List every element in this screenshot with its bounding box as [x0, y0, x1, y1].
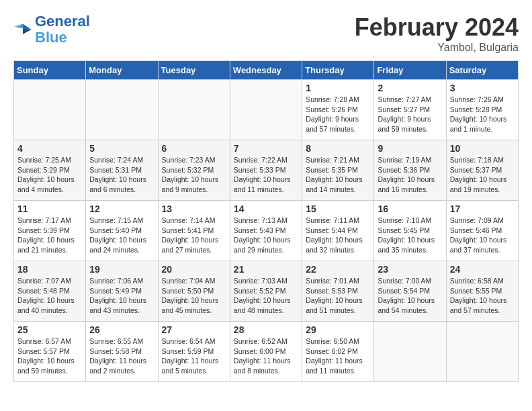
- day-info: Sunrise: 7:17 AMSunset: 5:39 PMDaylight:…: [17, 216, 82, 255]
- calendar-cell: 24Sunrise: 6:58 AMSunset: 5:55 PMDayligh…: [446, 261, 518, 322]
- day-number: 8: [306, 143, 370, 154]
- calendar-cell: 1Sunrise: 7:28 AMSunset: 5:26 PMDaylight…: [302, 80, 374, 140]
- day-number: 3: [450, 83, 515, 93]
- day-number: 17: [450, 203, 515, 214]
- day-info: Sunrise: 7:09 AMSunset: 5:46 PMDaylight:…: [450, 216, 515, 255]
- day-header-wednesday: Wednesday: [230, 61, 302, 80]
- calendar-header-row: SundayMondayTuesdayWednesdayThursdayFrid…: [14, 61, 519, 80]
- calendar-cell: 21Sunrise: 7:03 AMSunset: 5:52 PMDayligh…: [230, 261, 302, 322]
- day-info: Sunrise: 6:54 AMSunset: 5:59 PMDaylight:…: [162, 336, 226, 376]
- day-number: 1: [306, 83, 370, 93]
- day-number: 2: [378, 83, 442, 93]
- day-number: 29: [306, 324, 370, 335]
- calendar-cell: 19Sunrise: 7:06 AMSunset: 5:49 PMDayligh…: [86, 261, 158, 322]
- calendar-cell: 2Sunrise: 7:27 AMSunset: 5:27 PMDaylight…: [374, 80, 446, 140]
- day-number: 21: [234, 264, 298, 275]
- day-number: 6: [162, 143, 226, 154]
- calendar-cell: 17Sunrise: 7:09 AMSunset: 5:46 PMDayligh…: [446, 201, 518, 261]
- day-info: Sunrise: 7:15 AMSunset: 5:40 PMDaylight:…: [89, 216, 154, 255]
- calendar-cell: 14Sunrise: 7:13 AMSunset: 5:43 PMDayligh…: [230, 201, 302, 261]
- day-header-monday: Monday: [86, 61, 158, 80]
- day-header-tuesday: Tuesday: [158, 61, 230, 80]
- page-header: GeneralBlue February 2024 Yambol, Bulgar…: [13, 13, 519, 54]
- calendar-cell: [446, 322, 518, 382]
- day-info: Sunrise: 7:23 AMSunset: 5:32 PMDaylight:…: [162, 155, 226, 195]
- day-info: Sunrise: 6:58 AMSunset: 5:55 PMDaylight:…: [450, 276, 515, 316]
- day-info: Sunrise: 7:13 AMSunset: 5:43 PMDaylight:…: [234, 216, 298, 255]
- calendar-cell: 5Sunrise: 7:24 AMSunset: 5:31 PMDaylight…: [86, 140, 158, 201]
- day-info: Sunrise: 7:11 AMSunset: 5:44 PMDaylight:…: [306, 216, 370, 255]
- day-number: 5: [89, 143, 154, 154]
- day-info: Sunrise: 7:21 AMSunset: 5:35 PMDaylight:…: [306, 155, 370, 195]
- day-number: 28: [234, 324, 298, 335]
- calendar-cell: 8Sunrise: 7:21 AMSunset: 5:35 PMDaylight…: [302, 140, 374, 201]
- day-number: 23: [378, 264, 442, 275]
- calendar-body: 1Sunrise: 7:28 AMSunset: 5:26 PMDaylight…: [14, 80, 519, 382]
- day-info: Sunrise: 7:22 AMSunset: 5:33 PMDaylight:…: [234, 155, 298, 195]
- calendar-cell: 12Sunrise: 7:15 AMSunset: 5:40 PMDayligh…: [86, 201, 158, 261]
- logo-icon: [13, 20, 32, 39]
- svg-marker-2: [23, 29, 32, 34]
- day-number: 12: [89, 203, 154, 214]
- calendar-week-row: 11Sunrise: 7:17 AMSunset: 5:39 PMDayligh…: [14, 201, 519, 261]
- day-info: Sunrise: 7:14 AMSunset: 5:41 PMDaylight:…: [162, 216, 226, 255]
- calendar-week-row: 1Sunrise: 7:28 AMSunset: 5:26 PMDaylight…: [14, 80, 519, 140]
- calendar-cell: 29Sunrise: 6:50 AMSunset: 6:02 PMDayligh…: [302, 322, 374, 382]
- day-number: 22: [306, 264, 370, 275]
- day-number: 15: [306, 203, 370, 214]
- svg-marker-1: [14, 24, 23, 29]
- logo: GeneralBlue: [13, 13, 90, 46]
- day-info: Sunrise: 7:25 AMSunset: 5:29 PMDaylight:…: [17, 155, 82, 195]
- day-number: 7: [234, 143, 298, 154]
- day-info: Sunrise: 7:19 AMSunset: 5:36 PMDaylight:…: [378, 155, 442, 195]
- svg-marker-0: [23, 24, 32, 30]
- calendar-cell: 9Sunrise: 7:19 AMSunset: 5:36 PMDaylight…: [374, 140, 446, 201]
- calendar-cell: 7Sunrise: 7:22 AMSunset: 5:33 PMDaylight…: [230, 140, 302, 201]
- calendar-week-row: 25Sunrise: 6:57 AMSunset: 5:57 PMDayligh…: [14, 322, 519, 382]
- day-info: Sunrise: 6:57 AMSunset: 5:57 PMDaylight:…: [17, 336, 82, 376]
- day-info: Sunrise: 7:04 AMSunset: 5:50 PMDaylight:…: [162, 276, 226, 316]
- calendar-cell: 28Sunrise: 6:52 AMSunset: 6:00 PMDayligh…: [230, 322, 302, 382]
- calendar-week-row: 18Sunrise: 7:07 AMSunset: 5:48 PMDayligh…: [14, 261, 519, 322]
- day-number: 13: [162, 203, 226, 214]
- day-number: 20: [162, 264, 226, 275]
- calendar-cell: 26Sunrise: 6:55 AMSunset: 5:58 PMDayligh…: [86, 322, 158, 382]
- calendar-cell: 20Sunrise: 7:04 AMSunset: 5:50 PMDayligh…: [158, 261, 230, 322]
- day-number: 26: [89, 324, 154, 335]
- logo-text: GeneralBlue: [35, 13, 90, 46]
- day-info: Sunrise: 7:18 AMSunset: 5:37 PMDaylight:…: [450, 155, 515, 195]
- calendar-cell: 13Sunrise: 7:14 AMSunset: 5:41 PMDayligh…: [158, 201, 230, 261]
- title-block: February 2024 Yambol, Bulgaria: [355, 13, 519, 54]
- day-number: 18: [17, 264, 82, 275]
- calendar-week-row: 4Sunrise: 7:25 AMSunset: 5:29 PMDaylight…: [14, 140, 519, 201]
- calendar-cell: 23Sunrise: 7:00 AMSunset: 5:54 PMDayligh…: [374, 261, 446, 322]
- day-info: Sunrise: 7:26 AMSunset: 5:28 PMDaylight:…: [450, 95, 515, 134]
- day-info: Sunrise: 6:52 AMSunset: 6:00 PMDaylight:…: [234, 336, 298, 376]
- calendar-cell: 6Sunrise: 7:23 AMSunset: 5:32 PMDaylight…: [158, 140, 230, 201]
- calendar-cell: 11Sunrise: 7:17 AMSunset: 5:39 PMDayligh…: [14, 201, 86, 261]
- day-number: 9: [378, 143, 442, 154]
- calendar-cell: [158, 80, 230, 140]
- day-number: 24: [450, 264, 515, 275]
- day-info: Sunrise: 7:03 AMSunset: 5:52 PMDaylight:…: [234, 276, 298, 316]
- day-number: 16: [378, 203, 442, 214]
- day-number: 10: [450, 143, 515, 154]
- day-info: Sunrise: 7:06 AMSunset: 5:49 PMDaylight:…: [89, 276, 154, 316]
- calendar-cell: [374, 322, 446, 382]
- calendar-cell: 3Sunrise: 7:26 AMSunset: 5:28 PMDaylight…: [446, 80, 518, 140]
- day-header-friday: Friday: [374, 61, 446, 80]
- day-info: Sunrise: 7:07 AMSunset: 5:48 PMDaylight:…: [17, 276, 82, 316]
- day-header-thursday: Thursday: [302, 61, 374, 80]
- day-number: 4: [17, 143, 82, 154]
- day-number: 14: [234, 203, 298, 214]
- day-number: 27: [162, 324, 226, 335]
- calendar-cell: 4Sunrise: 7:25 AMSunset: 5:29 PMDaylight…: [14, 140, 86, 201]
- day-info: Sunrise: 6:50 AMSunset: 6:02 PMDaylight:…: [306, 336, 370, 376]
- calendar-cell: 27Sunrise: 6:54 AMSunset: 5:59 PMDayligh…: [158, 322, 230, 382]
- day-header-sunday: Sunday: [14, 61, 86, 80]
- subtitle: Yambol, Bulgaria: [355, 42, 519, 54]
- day-info: Sunrise: 7:01 AMSunset: 5:53 PMDaylight:…: [306, 276, 370, 316]
- day-header-saturday: Saturday: [446, 61, 518, 80]
- day-info: Sunrise: 7:00 AMSunset: 5:54 PMDaylight:…: [378, 276, 442, 316]
- day-number: 25: [17, 324, 82, 335]
